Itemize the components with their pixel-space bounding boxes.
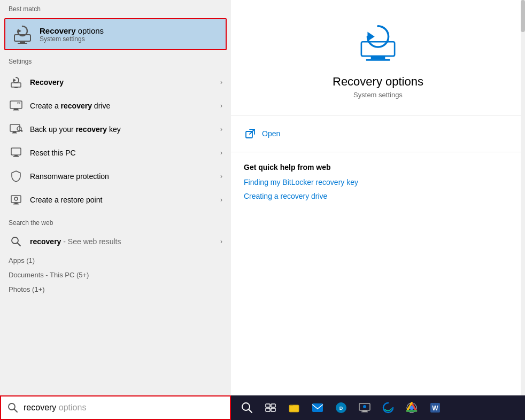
- svg-rect-38: [266, 404, 270, 407]
- taskbar-dell-btn[interactable]: D: [329, 396, 353, 419]
- chevron-icon: ›: [220, 196, 222, 204]
- web-search-label: Search the web: [0, 214, 231, 230]
- settings-item-backup-key[interactable]: Back up your recovery key ›: [0, 118, 231, 141]
- key-icon: [9, 122, 24, 137]
- right-web-help: Get quick help from web Finding my BitLo…: [231, 152, 525, 216]
- taskbar: D W: [231, 395, 525, 420]
- svg-rect-14: [13, 131, 16, 133]
- svg-point-12: [18, 103, 19, 104]
- search-icon: [7, 402, 18, 413]
- svg-rect-19: [11, 148, 21, 155]
- taskbar-search-btn[interactable]: [235, 396, 259, 419]
- open-icon: [244, 127, 257, 140]
- svg-rect-21: [13, 156, 19, 157]
- settings-section: Recovery › Create a recovery drive ›: [0, 68, 231, 214]
- best-match-subtitle: System settings: [40, 35, 104, 43]
- search-ghost: options: [59, 403, 87, 412]
- svg-rect-39: [271, 404, 275, 407]
- svg-rect-8: [10, 101, 22, 108]
- settings-item-create-recovery-drive[interactable]: Create a recovery drive ›: [0, 94, 231, 118]
- svg-line-27: [18, 243, 21, 246]
- chevron-icon: ›: [220, 238, 222, 245]
- web-help-link-1[interactable]: Finding my BitLocker recovery key: [244, 178, 512, 186]
- taskbar-file-explorer-btn[interactable]: [282, 396, 306, 419]
- left-panel: Best match Recovery options System setti…: [0, 0, 231, 395]
- shield-icon: [9, 169, 24, 184]
- settings-item-restore-point-label: Create a restore point: [30, 196, 220, 204]
- web-search-item[interactable]: recovery - See web results ›: [0, 230, 231, 253]
- settings-item-backup-key-label: Back up your recovery key: [30, 125, 220, 134]
- svg-rect-41: [271, 408, 275, 411]
- svg-rect-15: [12, 133, 17, 134]
- taskbar-remote-desktop-btn[interactable]: [353, 396, 376, 419]
- search-typed: recovery: [24, 403, 59, 412]
- settings-label: Settings: [0, 52, 231, 68]
- recovery-settings-icon: [9, 75, 24, 90]
- right-panel: Recovery options System settings Open Ge…: [231, 0, 525, 395]
- svg-rect-32: [366, 59, 390, 61]
- reset-pc-icon: [9, 145, 24, 160]
- docs-section: Documents - This PC (5+): [0, 268, 231, 282]
- svg-line-37: [249, 409, 252, 413]
- svg-text:D: D: [339, 406, 343, 411]
- svg-rect-24: [13, 204, 19, 205]
- open-action[interactable]: Open: [244, 124, 512, 143]
- svg-point-25: [14, 197, 18, 200]
- svg-marker-33: [367, 32, 374, 42]
- svg-point-52: [410, 406, 414, 410]
- svg-rect-40: [266, 408, 270, 411]
- web-search-label-text: recovery - See web results: [30, 237, 220, 246]
- right-panel-subtitle: System settings: [353, 91, 403, 99]
- settings-item-reset-pc-label: Reset this PC: [30, 149, 220, 157]
- svg-rect-10: [13, 110, 19, 111]
- settings-item-reset-pc[interactable]: Reset this PC ›: [0, 141, 231, 165]
- photos-section: Photos (1+): [0, 282, 231, 297]
- monitor-drive-icon: [9, 98, 24, 113]
- taskbar-edge-btn[interactable]: [376, 396, 400, 419]
- svg-rect-31: [371, 56, 385, 59]
- chevron-icon: ›: [220, 173, 222, 180]
- svg-rect-23: [14, 203, 18, 204]
- settings-item-restore-point[interactable]: Create a restore point ›: [0, 188, 231, 212]
- svg-rect-9: [14, 108, 18, 110]
- web-help-link-2[interactable]: Creating a recovery drive: [244, 192, 512, 200]
- chevron-icon: ›: [220, 79, 222, 86]
- svg-rect-18: [21, 131, 22, 132]
- svg-point-49: [363, 405, 366, 408]
- scrollbar-thumb[interactable]: [521, 0, 525, 32]
- svg-rect-2: [18, 43, 27, 44]
- svg-rect-1: [20, 41, 25, 43]
- open-label: Open: [262, 129, 280, 138]
- best-match-text: Recovery options System settings: [40, 26, 104, 43]
- svg-rect-17: [20, 130, 22, 131]
- settings-item-create-drive-label: Create a recovery drive: [30, 102, 220, 110]
- settings-item-recovery-label: Recovery: [30, 78, 220, 87]
- search-input-text[interactable]: recovery options: [24, 403, 86, 413]
- recovery-options-icon: [12, 24, 33, 45]
- taskbar-taskview-btn[interactable]: [259, 396, 282, 419]
- best-match-item[interactable]: Recovery options System settings: [4, 18, 227, 50]
- settings-item-ransomware[interactable]: Ransomware protection ›: [0, 165, 231, 188]
- svg-marker-3: [18, 29, 21, 33]
- svg-rect-20: [14, 155, 18, 156]
- right-panel-icon: [357, 21, 399, 64]
- chevron-icon: ›: [220, 149, 222, 157]
- taskbar-word-btn[interactable]: W: [423, 396, 447, 419]
- best-match-title: Recovery options: [40, 26, 104, 35]
- svg-rect-43: [312, 403, 323, 412]
- restore-point-icon: [9, 192, 24, 207]
- taskbar-mail-btn[interactable]: [306, 396, 329, 419]
- scrollbar-track: [521, 0, 525, 395]
- settings-item-ransomware-label: Ransomware protection: [30, 172, 220, 181]
- taskbar-chrome-btn[interactable]: [400, 396, 423, 419]
- right-header: Recovery options System settings: [231, 0, 525, 115]
- chevron-icon: ›: [220, 126, 222, 133]
- svg-rect-4: [11, 83, 21, 87]
- settings-item-recovery[interactable]: Recovery ›: [0, 71, 231, 94]
- search-web-icon: [9, 234, 24, 249]
- web-help-title: Get quick help from web: [244, 163, 512, 172]
- svg-line-29: [14, 409, 18, 413]
- chevron-icon: ›: [220, 102, 222, 110]
- apps-section: Apps (1): [0, 253, 231, 268]
- search-bar[interactable]: recovery options: [0, 395, 231, 420]
